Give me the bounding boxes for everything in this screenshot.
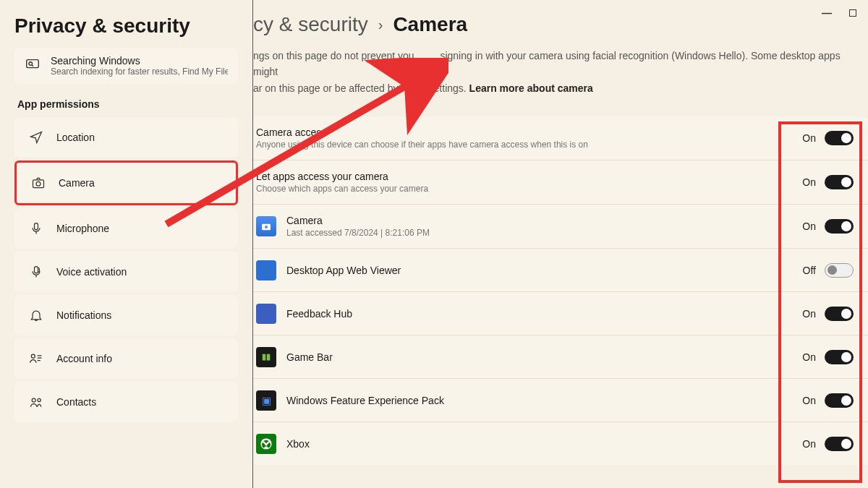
sidebar-item-notifications[interactable]: Notifications: [14, 295, 238, 335]
sidebar-item-contacts[interactable]: Contacts: [14, 382, 238, 422]
breadcrumb-parent[interactable]: cy & security: [253, 13, 368, 36]
app-subtitle: Last accessed 7/8/2024 | 8:21:06 PM: [286, 228, 792, 238]
app-icon-game-bar: ▮▮: [256, 347, 276, 367]
svg-point-10: [265, 226, 268, 228]
main-panel: — cy & security › Camera ngs on this pag…: [253, 0, 868, 488]
account-info-icon: [29, 351, 43, 366]
sidebar-item-account-info[interactable]: Account info: [14, 338, 238, 379]
chevron-right-icon: ›: [378, 17, 383, 33]
toggle-app-camera[interactable]: [825, 219, 854, 234]
maximize-button[interactable]: [849, 7, 856, 19]
sidebar-item-label: Voice activation: [56, 266, 127, 278]
toggle-label: Off: [803, 265, 816, 276]
app-row-xbox[interactable]: Xbox On: [253, 421, 868, 465]
learn-more-link[interactable]: Learn more about camera: [469, 82, 593, 94]
app-icon-wfep: ▣: [256, 390, 276, 411]
location-icon: [29, 130, 43, 145]
svg-point-1: [29, 62, 33, 66]
toggle-label: On: [802, 395, 816, 406]
sidebar-title: Privacy & security: [14, 0, 238, 48]
toggle-let-apps[interactable]: [825, 175, 854, 189]
app-row-wfep[interactable]: ▣ Windows Feature Experience Pack On: [253, 378, 868, 421]
app-row-game-bar[interactable]: ▮▮ Game Bar On: [253, 335, 868, 378]
sidebar-item-label: Notifications: [56, 309, 111, 321]
toggle-app-game-bar[interactable]: [825, 350, 854, 364]
setting-title: Camera access: [256, 127, 792, 138]
toggle-app-desktop-web-viewer[interactable]: [825, 263, 854, 278]
search-windows-icon: [25, 56, 41, 75]
svg-point-6: [31, 354, 35, 358]
setting-subtitle: Choose which apps can access your camera: [256, 184, 792, 194]
app-icon-desktop-web-viewer: [256, 260, 276, 281]
svg-rect-2: [33, 180, 44, 188]
toggle-label: On: [802, 308, 816, 320]
toggle-app-feedback-hub[interactable]: [825, 307, 854, 321]
app-icon-feedback-hub: [256, 304, 276, 324]
app-name: Desktop App Web Viewer: [286, 265, 793, 276]
setting-let-apps[interactable]: Let apps access your camera Choose which…: [253, 160, 868, 204]
settings-list: Camera access Anyone using this device c…: [253, 116, 868, 465]
app-name: Game Bar: [286, 351, 792, 363]
breadcrumb-current: Camera: [393, 13, 467, 36]
toggle-app-wfep[interactable]: [825, 393, 854, 408]
app-name: Camera: [286, 215, 792, 226]
camera-icon: [31, 176, 46, 190]
app-icon-camera: [256, 216, 276, 236]
svg-rect-4: [35, 223, 38, 230]
toggle-label: On: [802, 176, 816, 188]
contacts-icon: [29, 395, 43, 409]
sidebar-item-label: Account info: [56, 353, 112, 364]
notifications-icon: [29, 308, 43, 322]
page-description: ngs on this page do not prevent you from…: [253, 48, 868, 96]
searching-windows-desc: Search indexing for faster results, Find…: [51, 67, 228, 77]
toggle-label: On: [802, 132, 816, 144]
breadcrumb: cy & security › Camera: [253, 0, 868, 48]
microphone-icon: [29, 221, 43, 236]
setting-camera-access[interactable]: Camera access Anyone using this device c…: [253, 116, 868, 160]
app-name: Feedback Hub: [286, 308, 792, 320]
sidebar-item-label: Location: [56, 132, 95, 143]
section-label-app-permissions: App permissions: [17, 98, 238, 110]
searching-windows-title: Searching Windows: [51, 55, 228, 67]
voice-activation-icon: [29, 265, 43, 279]
svg-rect-5: [35, 267, 38, 273]
app-name: Windows Feature Experience Pack: [286, 395, 792, 406]
toggle-app-xbox[interactable]: [825, 437, 854, 451]
app-row-feedback-hub[interactable]: Feedback Hub On: [253, 291, 868, 335]
sidebar-item-voice-activation[interactable]: Voice activation: [14, 252, 238, 292]
sidebar-item-label: Camera: [59, 177, 95, 189]
svg-point-3: [36, 181, 41, 186]
sidebar-item-microphone[interactable]: Microphone: [14, 208, 238, 249]
app-row-desktop-web-viewer[interactable]: Desktop App Web Viewer Off: [253, 248, 868, 291]
setting-subtitle: Anyone using this device can choose if t…: [256, 140, 792, 150]
window-controls: —: [822, 7, 856, 19]
app-row-camera[interactable]: Camera Last accessed 7/8/2024 | 8:21:06 …: [253, 204, 868, 248]
sidebar-item-searching-windows[interactable]: Searching Windows Search indexing for fa…: [14, 48, 238, 84]
sidebar: Privacy & security Searching Windows Sea…: [0, 0, 253, 488]
sidebar-item-location[interactable]: Location: [14, 117, 238, 158]
sidebar-item-camera[interactable]: Camera: [14, 160, 238, 205]
toggle-camera-access[interactable]: [825, 131, 854, 145]
app-icon-xbox: [256, 434, 276, 454]
sidebar-item-label: Contacts: [56, 396, 96, 408]
svg-point-7: [32, 398, 35, 402]
toggle-label: On: [802, 351, 816, 363]
svg-point-8: [38, 398, 41, 401]
toggle-label: On: [802, 438, 816, 450]
app-name: Xbox: [286, 438, 792, 450]
minimize-button[interactable]: —: [822, 7, 832, 19]
setting-title: Let apps access your camera: [256, 171, 792, 182]
sidebar-item-label: Microphone: [56, 223, 109, 234]
toggle-label: On: [802, 221, 816, 232]
